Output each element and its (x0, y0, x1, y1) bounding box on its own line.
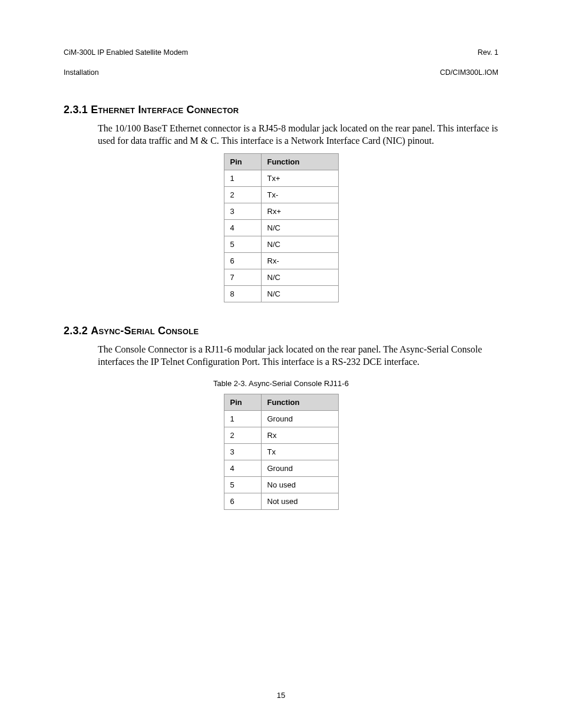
table-header-function: Function (261, 394, 338, 410)
cell-func: Ground (261, 460, 338, 476)
section-body-231: The 10/100 BaseT Ethernet connector is a… (98, 122, 498, 147)
header-left-line1: CiM-300L IP Enabled Satellite Modem (64, 48, 188, 57)
section-232: 2.3.2 Async-Serial Console The Console C… (64, 325, 498, 510)
table-row: 7N/C (224, 269, 338, 285)
cell-func: N/C (261, 269, 338, 285)
table-row: 6Not used (224, 493, 338, 509)
cell-pin: 3 (224, 203, 261, 219)
cell-pin: 4 (224, 219, 261, 236)
cell-pin: 5 (224, 236, 261, 252)
cell-func: Rx (261, 427, 338, 443)
section-paragraph: The Console Connector is a RJ11-6 modula… (98, 343, 498, 368)
table-row: 3Tx (224, 443, 338, 460)
cell-func: N/C (261, 219, 338, 236)
cell-func: Ground (261, 410, 338, 427)
cell-func: Tx (261, 443, 338, 460)
cell-func: Not used (261, 493, 338, 509)
cell-func: N/C (261, 236, 338, 252)
table-row: 5No used (224, 476, 338, 493)
header-right-line2: CD/CIM300L.IOM (440, 68, 498, 77)
table-row: 4Ground (224, 460, 338, 476)
table-caption: Table 2-3. Async-Serial Console RJ11-6 (64, 379, 498, 388)
cell-pin: 6 (224, 252, 261, 269)
cell-func: N/C (261, 285, 338, 302)
cell-func: Rx+ (261, 203, 338, 219)
section-body-232: The Console Connector is a RJ11-6 modula… (98, 343, 498, 368)
cell-pin: 6 (224, 493, 261, 509)
cell-func: Tx- (261, 186, 338, 203)
header-left-line2: Installation (64, 68, 99, 77)
section-231: 2.3.1 Ethernet Interface Connector The 1… (64, 104, 498, 302)
section-paragraph: The 10/100 BaseT Ethernet connector is a… (98, 122, 498, 147)
cell-pin: 1 (224, 170, 261, 186)
table-row: 2Rx (224, 427, 338, 443)
table-row: 6Rx- (224, 252, 338, 269)
table-header-row: Pin Function (224, 153, 338, 170)
section-heading-232: 2.3.2 Async-Serial Console (64, 325, 498, 337)
page: CiM-300L IP Enabled Satellite Modem Inst… (0, 0, 562, 728)
table-row: 1Tx+ (224, 170, 338, 186)
page-number: 15 (0, 691, 562, 700)
cell-func: Tx+ (261, 170, 338, 186)
cell-pin: 7 (224, 269, 261, 285)
async-serial-pinout-table: Pin Function 1Ground 2Rx 3Tx 4Ground 5No… (224, 394, 339, 510)
page-header: CiM-300L IP Enabled Satellite Modem Inst… (64, 38, 498, 78)
table-row: 3Rx+ (224, 203, 338, 219)
cell-func: Rx- (261, 252, 338, 269)
cell-pin: 2 (224, 427, 261, 443)
cell-pin: 2 (224, 186, 261, 203)
cell-pin: 8 (224, 285, 261, 302)
header-right-line1: Rev. 1 (478, 48, 498, 57)
cell-pin: 5 (224, 476, 261, 493)
cell-func: No used (261, 476, 338, 493)
table-header-pin: Pin (224, 153, 261, 170)
section-title: Async-Serial Console (91, 325, 199, 337)
table-row: 5N/C (224, 236, 338, 252)
table-row: 1Ground (224, 410, 338, 427)
section-heading-231: 2.3.1 Ethernet Interface Connector (64, 104, 498, 116)
cell-pin: 1 (224, 410, 261, 427)
ethernet-pinout-table: Pin Function 1Tx+ 2Tx- 3Rx+ 4N/C 5N/C 6R… (224, 153, 339, 302)
table-row: 4N/C (224, 219, 338, 236)
table-row: 8N/C (224, 285, 338, 302)
section-number: 2.3.2 (64, 325, 88, 337)
cell-pin: 4 (224, 460, 261, 476)
table-header-pin: Pin (224, 394, 261, 410)
header-left: CiM-300L IP Enabled Satellite Modem Inst… (64, 38, 188, 78)
table-header-function: Function (261, 153, 338, 170)
header-right: Rev. 1 CD/CIM300L.IOM (440, 38, 498, 78)
section-title: Ethernet Interface Connector (91, 104, 239, 116)
section-number: 2.3.1 (64, 104, 88, 116)
table-header-row: Pin Function (224, 394, 338, 410)
table-row: 2Tx- (224, 186, 338, 203)
cell-pin: 3 (224, 443, 261, 460)
